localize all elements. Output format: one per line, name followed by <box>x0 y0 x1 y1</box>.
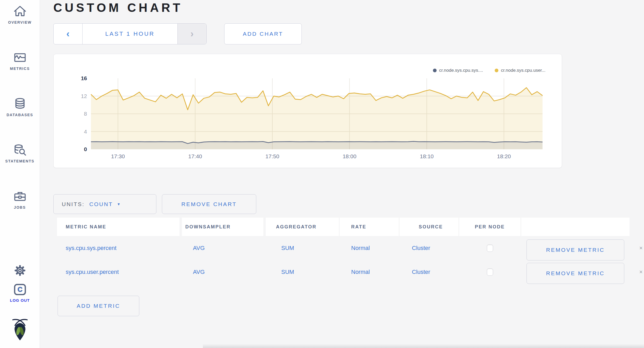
sidebar-item-statements[interactable]: STATEMENTS <box>0 143 40 163</box>
legend-dot-user <box>495 69 498 72</box>
time-range-label-button[interactable]: LAST 1 HOUR <box>83 24 177 44</box>
custom-chart-page: OVERVIEW METRICS DATABASES <box>0 0 644 348</box>
column-header-actions <box>521 218 630 236</box>
svg-text:17:40: 17:40 <box>188 153 202 159</box>
svg-text:8: 8 <box>84 111 87 117</box>
sidebar-label-metrics: METRICS <box>10 66 30 71</box>
per-node-cell-1 <box>459 236 520 260</box>
chevron-left-icon: ‹ <box>67 28 70 39</box>
sidebar-item-databases[interactable]: DATABASES <box>0 97 40 117</box>
legend-item-user[interactable]: cr.node.sys.cpu.user... <box>495 68 545 73</box>
time-range-next-button[interactable]: › <box>177 24 206 44</box>
chart-legend: cr.node.sys.cpu.sys.... cr.node.sys.cpu.… <box>433 68 545 73</box>
column-header-rate: RATE <box>340 218 399 236</box>
time-range-selector: ‹ LAST 1 HOUR › <box>53 23 207 44</box>
sidebar: OVERVIEW METRICS DATABASES <box>0 0 40 348</box>
database-search-icon <box>13 143 27 157</box>
sidebar-item-logout[interactable]: C LOG OUT <box>0 282 40 303</box>
caret-down-icon: ▾ <box>118 202 121 207</box>
column-header-aggregator: AGGREGATOR <box>266 218 339 236</box>
metrics-graph-icon <box>13 50 27 65</box>
cockroach-c-icon: C <box>13 282 27 296</box>
legend-dot-sys <box>433 69 437 72</box>
column-header-downsampler: DOWNSAMPLER <box>182 218 263 236</box>
svg-text:18:00: 18:00 <box>343 153 356 159</box>
svg-text:17:30: 17:30 <box>111 153 125 159</box>
gear-icon <box>13 263 27 278</box>
column-header-source: SOURCE <box>400 218 458 236</box>
sidebar-item-metrics[interactable]: METRICS <box>0 50 40 71</box>
column-header-metric-name: METRIC NAME <box>57 218 180 236</box>
svg-text:17:50: 17:50 <box>265 153 279 159</box>
svg-text:0: 0 <box>84 146 87 152</box>
database-icon <box>13 97 27 111</box>
sidebar-label-statements: STATEMENTS <box>5 159 34 163</box>
svg-text:4: 4 <box>84 129 87 135</box>
page-title: CUSTOM CHART <box>53 1 183 15</box>
remove-metric-button-1[interactable]: REMOVE METRIC <box>527 239 624 260</box>
sidebar-item-jobs[interactable]: JOBS <box>0 189 40 209</box>
main-content: CUSTOM CHART ‹ LAST 1 HOUR › ADD CHART c… <box>40 0 644 348</box>
per-node-checkbox-1[interactable] <box>487 244 493 252</box>
legend-label-sys: cr.node.sys.cpu.sys.... <box>439 68 483 73</box>
add-chart-button[interactable]: ADD CHART <box>224 23 302 44</box>
below-fold-shadow <box>203 344 644 348</box>
sidebar-label-overview: OVERVIEW <box>8 20 32 24</box>
legend-label-user: cr.node.sys.cpu.user... <box>501 68 545 73</box>
svg-text:16: 16 <box>81 75 87 81</box>
svg-text:C: C <box>17 285 22 293</box>
column-header-per-node: PER NODE <box>459 218 520 236</box>
chevron-right-icon: › <box>191 28 194 39</box>
time-range-prev-button[interactable]: ‹ <box>54 24 83 44</box>
sidebar-item-settings[interactable] <box>0 263 40 278</box>
per-node-checkbox-2[interactable] <box>487 268 493 276</box>
sidebar-item-overview[interactable]: OVERVIEW <box>0 4 40 24</box>
legend-item-sys[interactable]: cr.node.sys.cpu.sys.... <box>433 68 483 73</box>
units-dropdown[interactable]: UNITS: COUNT ▾ <box>53 194 156 214</box>
sidebar-logo[interactable] <box>0 319 40 342</box>
chart-card: cr.node.sys.cpu.sys.... cr.node.sys.cpu.… <box>53 54 562 168</box>
briefcase-icon <box>13 189 27 203</box>
logout-label: LOG OUT <box>10 298 30 303</box>
svg-text:12: 12 <box>81 93 87 99</box>
per-node-cell-2 <box>459 260 520 284</box>
svg-text:18:10: 18:10 <box>420 153 434 159</box>
svg-text:18:20: 18:20 <box>497 153 511 159</box>
add-metric-button[interactable]: ADD METRIC <box>58 296 139 316</box>
cockroach-bug-icon <box>12 319 28 342</box>
sidebar-label-databases: DATABASES <box>7 113 33 117</box>
remove-metric-button-2[interactable]: REMOVE METRIC <box>527 263 624 284</box>
sidebar-label-jobs: JOBS <box>14 205 26 209</box>
home-icon <box>13 4 27 18</box>
remove-chart-button[interactable]: REMOVE CHART <box>162 194 256 214</box>
